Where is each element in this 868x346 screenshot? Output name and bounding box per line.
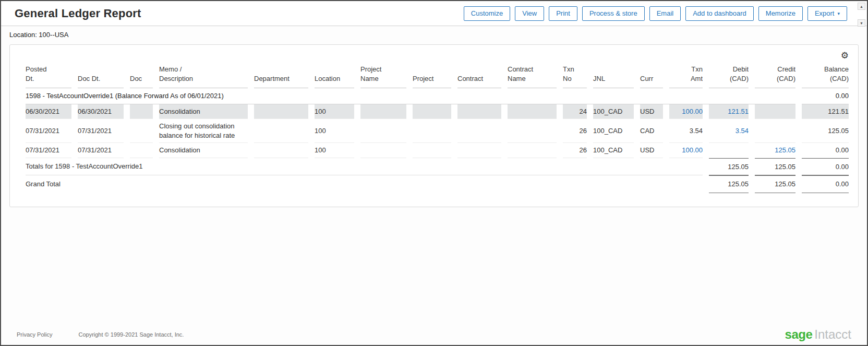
export-button-label: Export bbox=[815, 9, 835, 17]
cell-contract-name bbox=[508, 119, 557, 143]
column-header-posted-dt: PostedDt. bbox=[26, 63, 71, 88]
column-header-memo-description: Memo /Description bbox=[159, 63, 248, 88]
memorize-button[interactable]: Memorize bbox=[758, 6, 803, 21]
cell-credit-cad bbox=[755, 119, 795, 143]
cell-memo-description: Consolidation bbox=[159, 143, 248, 158]
grand-total-row: Grand Total125.05125.050.00 bbox=[26, 175, 849, 193]
page-footer: Privacy Policy Copyright © 1999-2021 Sag… bbox=[1, 328, 867, 341]
location-filter-label: Location: 100--USA bbox=[1, 26, 867, 41]
column-header-txn-no: TxnNo bbox=[563, 63, 587, 88]
cell-contract bbox=[457, 119, 501, 143]
drilldown-link[interactable]: 121.51 bbox=[728, 108, 749, 115]
account-group-row: 1598 - TestAccountOverride1 (Balance For… bbox=[26, 88, 849, 104]
process-and-store-button-label: Process & store bbox=[589, 9, 637, 17]
cell-project bbox=[413, 119, 451, 143]
logo-intacct-text: Intacct bbox=[814, 327, 851, 341]
cell-txn-no: 24 bbox=[563, 104, 587, 120]
view-button[interactable]: View bbox=[515, 6, 544, 21]
ledger-entry-row[interactable]: 07/31/202107/31/2021Consolidation1002610… bbox=[26, 143, 849, 158]
report-card: ⚙ PostedDt.Doc Dt.DocMemo /DescriptionDe… bbox=[9, 44, 859, 207]
cell-balance-cad: 125.05 bbox=[802, 119, 849, 143]
cell-txn-amt[interactable]: 100.00 bbox=[669, 143, 703, 158]
view-button-label: View bbox=[522, 9, 537, 17]
table-header-row: PostedDt.Doc Dt.DocMemo /DescriptionDepa… bbox=[26, 63, 849, 88]
cell-debit-cad[interactable]: 3.54 bbox=[709, 119, 749, 143]
memorize-button-label: Memorize bbox=[766, 9, 795, 17]
total-debit-value: 125.05 bbox=[709, 175, 749, 193]
cell-credit-cad bbox=[755, 104, 795, 120]
balance-forward-value: 0.00 bbox=[802, 88, 849, 104]
cell-department bbox=[254, 143, 308, 158]
account-totals-row: Totals for 1598 - TestAccountOverride112… bbox=[26, 158, 849, 176]
column-header-debit-cad: Debit(CAD) bbox=[709, 63, 749, 88]
app-window: General Ledger Report CustomizeViewPrint… bbox=[0, 0, 868, 346]
column-header-balance-cad: Balance(CAD) bbox=[802, 63, 849, 88]
cell-memo-description: Closing out consolidation balance for hi… bbox=[159, 119, 248, 143]
cell-balance-cad: 0.00 bbox=[802, 143, 849, 158]
add-to-dashboard-button[interactable]: Add to dashboard bbox=[685, 6, 754, 21]
add-to-dashboard-button-label: Add to dashboard bbox=[693, 9, 746, 17]
column-header-txn-amt: TxnAmt bbox=[669, 63, 703, 88]
cell-memo-description: Consolidation bbox=[159, 104, 248, 120]
drilldown-link[interactable]: 100.00 bbox=[682, 108, 703, 115]
column-header-doc-dt: Doc Dt. bbox=[78, 63, 124, 88]
customize-button[interactable]: Customize bbox=[464, 6, 510, 21]
cell-jnl: 100_CAD bbox=[593, 143, 634, 158]
cell-location: 100 bbox=[315, 104, 354, 120]
cell-doc-dt: 07/31/2021 bbox=[78, 143, 124, 158]
report-table: PostedDt.Doc Dt.DocMemo /DescriptionDepa… bbox=[19, 63, 855, 193]
total-debit-value: 125.05 bbox=[709, 158, 749, 176]
cell-jnl: 100_CAD bbox=[593, 104, 634, 120]
cell-jnl: 100_CAD bbox=[593, 119, 634, 143]
sage-intacct-logo: sageIntacct bbox=[785, 328, 851, 341]
customize-button-label: Customize bbox=[471, 9, 503, 17]
cell-doc bbox=[130, 104, 153, 120]
cell-txn-no: 26 bbox=[563, 143, 587, 158]
total-label: Grand Total bbox=[26, 175, 703, 193]
ledger-entry-row[interactable]: 06/30/202106/30/2021Consolidation1002410… bbox=[26, 104, 849, 120]
print-button-label: Print bbox=[556, 9, 570, 17]
scroll-up-icon[interactable]: ▲ bbox=[858, 3, 865, 10]
cell-contract bbox=[457, 143, 501, 158]
drilldown-link[interactable]: 3.54 bbox=[736, 127, 749, 135]
column-header-jnl: JNL bbox=[593, 63, 634, 88]
action-buttons: CustomizeViewPrintProcess & storeEmailAd… bbox=[464, 6, 847, 21]
cell-doc bbox=[130, 143, 153, 158]
copyright-text: Copyright © 1999-2021 Sage Intacct, Inc. bbox=[78, 331, 184, 338]
process-and-store-button[interactable]: Process & store bbox=[582, 6, 645, 21]
top-bar: General Ledger Report CustomizeViewPrint… bbox=[1, 1, 867, 26]
cell-posted-dt: 06/30/2021 bbox=[26, 104, 71, 120]
export-caret-down-icon: ▾ bbox=[837, 11, 840, 16]
cell-curr: CAD bbox=[640, 119, 663, 143]
cell-doc bbox=[130, 119, 153, 143]
cell-project bbox=[413, 143, 451, 158]
column-header-location: Location bbox=[315, 63, 354, 88]
privacy-policy-link[interactable]: Privacy Policy bbox=[17, 331, 52, 338]
cell-credit-cad[interactable]: 125.05 bbox=[755, 143, 795, 158]
cell-curr: USD bbox=[640, 104, 663, 120]
export-button[interactable]: Export▾ bbox=[807, 6, 847, 21]
cell-txn-amt[interactable]: 100.00 bbox=[669, 104, 703, 120]
scroll-down-icon[interactable]: ▼ bbox=[858, 19, 865, 27]
email-button-label: Email bbox=[657, 9, 674, 17]
cell-department bbox=[254, 104, 308, 120]
vertical-scrollbar[interactable]: ▲ ▼ bbox=[858, 3, 865, 27]
drilldown-link[interactable]: 100.00 bbox=[682, 146, 703, 154]
cell-doc-dt: 06/30/2021 bbox=[78, 104, 124, 120]
cell-contract-name bbox=[508, 143, 557, 158]
column-header-doc: Doc bbox=[130, 63, 153, 88]
column-header-project-name: ProjectName bbox=[360, 63, 406, 88]
ledger-entry-row[interactable]: 07/31/202107/31/2021Closing out consolid… bbox=[26, 119, 849, 143]
column-header-curr: Curr bbox=[640, 63, 663, 88]
cell-debit-cad bbox=[709, 143, 749, 158]
drilldown-link[interactable]: 125.05 bbox=[775, 146, 795, 154]
cell-project-name bbox=[360, 119, 406, 143]
print-button[interactable]: Print bbox=[549, 6, 577, 21]
page-title: General Ledger Report bbox=[15, 7, 141, 20]
column-header-contract: Contract bbox=[457, 63, 501, 88]
gear-icon[interactable]: ⚙ bbox=[840, 49, 850, 62]
cell-balance-cad: 121.51 bbox=[802, 104, 849, 120]
cell-doc-dt: 07/31/2021 bbox=[78, 119, 124, 143]
email-button[interactable]: Email bbox=[649, 6, 681, 21]
cell-debit-cad[interactable]: 121.51 bbox=[709, 104, 749, 120]
